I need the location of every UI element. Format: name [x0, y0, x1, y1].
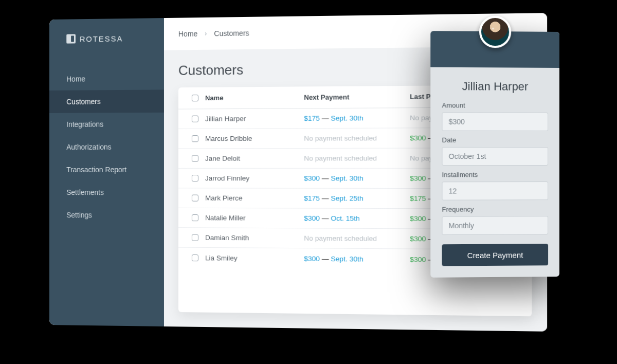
customer-name: Mark Pierce — [205, 194, 304, 203]
sidebar-item-authorizations[interactable]: Authorizations — [49, 135, 164, 158]
brand-mark-icon — [66, 34, 76, 43]
row-checkbox[interactable] — [191, 214, 198, 221]
customer-name: Jillian Harper — [205, 115, 304, 123]
brand-name: ROTESSA — [80, 34, 123, 43]
customer-name: Jarrod Finnley — [205, 174, 304, 182]
chevron-right-icon: › — [205, 30, 207, 37]
breadcrumb-current: Customers — [214, 29, 249, 38]
next-payment: No payment scheduled — [304, 154, 410, 162]
customer-name: Natalie Miller — [205, 214, 304, 222]
page-title: Customers — [178, 62, 243, 79]
row-checkbox[interactable] — [191, 234, 198, 241]
next-payment: $175 — Sept. 25th — [304, 194, 410, 203]
sidebar: ROTESSA HomeCustomersIntegrationsAuthori… — [49, 18, 164, 326]
row-checkbox[interactable] — [191, 195, 198, 202]
sidebar-item-integrations[interactable]: Integrations — [49, 113, 164, 136]
next-payment: $300 — Sept. 30th — [304, 174, 410, 183]
installments-field[interactable] — [442, 181, 548, 201]
customer-name: Marcus Dribble — [205, 134, 304, 142]
installments-label: Installments — [442, 171, 548, 178]
avatar — [479, 16, 511, 48]
col-name: Name — [205, 94, 304, 102]
brand-logo: ROTESSA — [49, 18, 164, 59]
row-checkbox[interactable] — [191, 175, 198, 181]
frequency-field[interactable] — [442, 216, 548, 235]
date-field[interactable] — [442, 147, 548, 166]
sidebar-item-home[interactable]: Home — [49, 67, 164, 90]
create-payment-panel: Jillian Harper Amount Date Installments … — [430, 31, 559, 278]
next-payment: $300 — Sept. 30th — [304, 254, 410, 263]
next-payment: $175 — Sept. 30th — [304, 114, 410, 122]
sidebar-item-settings[interactable]: Settings — [49, 204, 164, 227]
next-payment: $300 — Oct. 15th — [304, 214, 410, 223]
sidebar-nav: HomeCustomersIntegrationsAuthorizationsT… — [49, 67, 164, 227]
amount-label: Amount — [442, 101, 548, 110]
create-payment-button[interactable]: Create Payment — [442, 244, 548, 266]
customer-name: Lia Smiley — [205, 254, 304, 263]
breadcrumb-root[interactable]: Home — [178, 29, 197, 38]
row-checkbox[interactable] — [191, 135, 198, 142]
row-checkbox[interactable] — [191, 254, 198, 261]
customer-name: Damian Smith — [205, 234, 304, 242]
select-all-checkbox[interactable] — [191, 95, 198, 101]
date-label: Date — [442, 136, 548, 144]
sidebar-item-customers[interactable]: Customers — [49, 89, 164, 113]
amount-field[interactable] — [442, 112, 548, 131]
customer-name: Jane Deloit — [205, 154, 304, 162]
row-checkbox[interactable] — [191, 116, 198, 122]
next-payment: No payment scheduled — [304, 234, 410, 243]
row-checkbox[interactable] — [191, 155, 198, 162]
sidebar-item-transaction-report[interactable]: Transaction Report — [49, 158, 164, 181]
frequency-label: Frequency — [442, 205, 548, 213]
sidebar-item-settlements[interactable]: Settlements — [49, 181, 164, 204]
next-payment: No payment scheduled — [304, 134, 410, 142]
panel-customer-name: Jillian Harper — [442, 80, 548, 94]
col-next: Next Payment — [304, 93, 410, 101]
